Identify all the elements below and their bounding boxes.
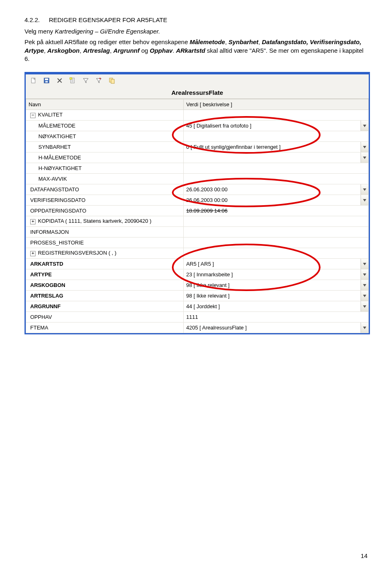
grid-row: +KOPIDATA ( 1111, Statens kartverk, 2009…: [26, 216, 369, 227]
grid-cell-label: VERIFISERINGSDATO: [26, 195, 184, 206]
grid-row: DATAFANGSTDATO26.06.2003 00:00: [26, 184, 369, 195]
expand-icon[interactable]: +: [30, 251, 36, 256]
properties-grid: Navn Verdi [ beskrivelse ] −KVALITETMÅLE…: [26, 99, 369, 333]
grid-cell-label: H-NØYAKTIGHET: [26, 163, 184, 174]
grid-row: ARSKOGBON98 [ Ikke relevant ]: [26, 280, 369, 291]
grid-row: ARTRESLAG98 [ Ikke relevant ]: [26, 291, 369, 301]
dropdown-button[interactable]: [361, 323, 368, 333]
panel-title: ArealressursFlate: [26, 86, 369, 99]
grid-row: ARTYPE23 [ Innmarksbeite ]: [26, 269, 369, 280]
grid-cell-label: PROSESS_HISTORIE: [26, 237, 184, 248]
dropdown-button[interactable]: [361, 195, 368, 205]
grid-cell-value[interactable]: 26.06.2003 00:00: [183, 184, 368, 195]
dropdown-button[interactable]: [361, 280, 368, 290]
grid-row: PROSESS_HISTORIE: [26, 237, 369, 248]
panel-toolbar: [26, 74, 369, 86]
dropdown-button[interactable]: [361, 291, 368, 301]
col-name: Navn: [26, 99, 184, 110]
grid-cell-value: [183, 216, 368, 227]
grid-cell-value[interactable]: 98 [ Ikke relevant ]: [183, 291, 368, 301]
svg-rect-10: [111, 79, 114, 83]
doc-icon[interactable]: [69, 77, 76, 84]
grid-cell-value: [183, 237, 368, 248]
grid-cell-label: MAX-AVVIK: [26, 174, 184, 184]
grid-cell-label: OPPDATERINGSDATO: [26, 206, 184, 216]
grid-row: NØYAKTIGHET: [26, 131, 369, 142]
grid-cell-label: SYNBARHET: [26, 142, 184, 152]
grid-cell-value[interactable]: 4205 [ ArealressursFlate ]: [183, 323, 368, 333]
grid-row: H-MÅLEMETODE: [26, 152, 369, 163]
dropdown-button[interactable]: [361, 269, 368, 280]
grid-cell-label: NØYAKTIGHET: [26, 131, 184, 142]
filter-add-icon[interactable]: [95, 77, 102, 84]
grid-cell-value: [183, 110, 368, 121]
grid-row: FTEMA4205 [ ArealressursFlate ]: [26, 323, 369, 333]
col-value: Verdi [ beskrivelse ]: [183, 99, 368, 110]
expand-icon[interactable]: +: [30, 219, 36, 224]
grid-row: INFORMASJON: [26, 227, 369, 237]
grid-row: OPPDATERINGSDATO18.09.2009 14:06: [26, 206, 369, 216]
dropdown-button[interactable]: [361, 184, 368, 195]
grid-cell-value[interactable]: 45 [ Digitalisert fra ortofoto ]: [183, 121, 368, 131]
svg-rect-2: [45, 78, 48, 80]
grid-row: H-NØYAKTIGHET: [26, 163, 369, 174]
grid-row: VERIFISERINGSDATO26.06.2003 00:00: [26, 195, 369, 206]
grid-cell-label: OPPHAV: [26, 312, 184, 323]
grid-cell-value: [183, 227, 368, 237]
grid-cell-value[interactable]: 44 [ Jorddekt ]: [183, 301, 368, 312]
filter-icon[interactable]: [82, 77, 89, 84]
collapse-icon[interactable]: −: [30, 113, 36, 118]
grid-cell-label: H-MÅLEMETODE: [26, 152, 184, 163]
grid-row: MÅLEMETODE45 [ Digitalisert fra ortofoto…: [26, 121, 369, 131]
copy-icon[interactable]: [108, 77, 116, 84]
grid-row: ARGRUNNF44 [ Jorddekt ]: [26, 301, 369, 312]
svg-rect-3: [45, 81, 48, 83]
grid-cell-label: ARKARTSTD: [26, 259, 184, 269]
grid-cell-value[interactable]: [183, 152, 368, 163]
dropdown-button[interactable]: [361, 301, 368, 311]
grid-cell-value: [183, 131, 368, 142]
grid-cell-label: FTEMA: [26, 323, 184, 333]
section-heading: 4.2.2. REDIGER EGENSKAPER FOR AR5FLATE: [24, 16, 368, 23]
dropdown-button[interactable]: [361, 152, 368, 163]
grid-cell-label: +REGISTRERINGSVERSJON ( , ): [26, 248, 184, 259]
grid-cell-value[interactable]: 98 [ Ikke relevant ]: [183, 280, 368, 291]
dropdown-button[interactable]: [361, 121, 368, 131]
grid-cell-value: [183, 163, 368, 174]
grid-cell-value: [183, 248, 368, 259]
grid-cell-label: INFORMASJON: [26, 227, 184, 237]
grid-row: −KVALITET: [26, 110, 369, 121]
new-icon[interactable]: [30, 77, 37, 84]
heading-title: REDIGER EGENSKAPER FOR AR5FLATE: [49, 16, 167, 23]
grid-cell-label: ARSKOGBON: [26, 280, 184, 291]
heading-number: 4.2.2.: [24, 16, 40, 23]
grid-cell-label: DATAFANGSTDATO: [26, 184, 184, 195]
grid-row: +REGISTRERINGSVERSJON ( , ): [26, 248, 369, 259]
grid-cell-value: 1111: [183, 312, 368, 323]
paragraph-2: Pek på aktuell AR5flate og rediger etter…: [24, 38, 368, 63]
grid-row: ARKARTSTDAR5 [ AR5 ]: [26, 259, 369, 269]
grid-cell-label: +KOPIDATA ( 1111, Statens kartverk, 2009…: [26, 216, 184, 227]
dropdown-button[interactable]: [361, 142, 368, 152]
grid-cell-value[interactable]: 23 [ Innmarksbeite ]: [183, 269, 368, 280]
paragraph-1: Velg meny Kartredigering – Gi/Endre Egen…: [24, 27, 368, 36]
grid-cell-label: ARTYPE: [26, 269, 184, 280]
grid-cell-value[interactable]: 26.06.2003 00:00: [183, 195, 368, 206]
properties-panel: ArealressursFlate Navn Verdi [ beskrivel…: [24, 72, 370, 334]
delete-icon[interactable]: [56, 77, 63, 84]
grid-cell-label: −KVALITET: [26, 110, 184, 121]
grid-row: SYNBARHET0 [ Fullt ut synlig/gjenfinnbar…: [26, 142, 369, 152]
grid-row: MAX-AVVIK: [26, 174, 369, 184]
grid-cell-value: 18.09.2009 14:06: [183, 206, 368, 216]
grid-cell-label: MÅLEMETODE: [26, 121, 184, 131]
grid-cell-label: ARTRESLAG: [26, 291, 184, 301]
grid-cell-value: [183, 174, 368, 184]
grid-header: Navn Verdi [ beskrivelse ]: [26, 99, 369, 110]
svg-rect-8: [70, 78, 72, 79]
grid-row: OPPHAV1111: [26, 312, 369, 323]
save-icon[interactable]: [43, 77, 50, 84]
grid-cell-value[interactable]: AR5 [ AR5 ]: [183, 259, 368, 269]
grid-cell-label: ARGRUNNF: [26, 301, 184, 312]
grid-cell-value[interactable]: 0 [ Fullt ut synlig/gjenfinnbar i terren…: [183, 142, 368, 152]
dropdown-button[interactable]: [361, 259, 368, 269]
